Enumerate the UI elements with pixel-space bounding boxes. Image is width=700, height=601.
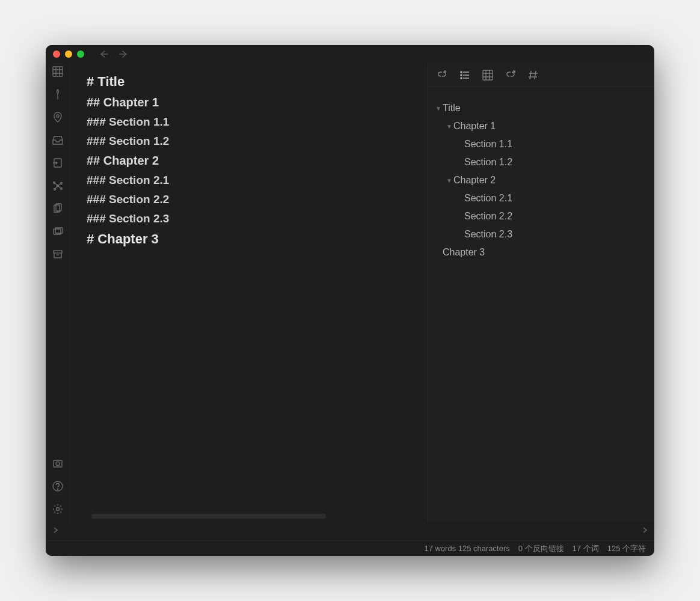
- svg-point-33: [461, 75, 462, 76]
- editor-line[interactable]: ### Section 2.1: [87, 174, 428, 187]
- outline-label: Section 1.1: [464, 139, 512, 150]
- outline-label: Section 2.3: [464, 229, 512, 240]
- right-panel-tabs: [428, 63, 654, 87]
- svg-rect-25: [54, 460, 62, 467]
- editor-line[interactable]: # Chapter 3: [87, 231, 428, 247]
- outline-label: Section 2.2: [464, 211, 512, 222]
- outline-item[interactable]: ▼ Chapter 1: [433, 117, 649, 135]
- horizontal-scrollbar[interactable]: [91, 514, 326, 519]
- graph-icon[interactable]: [52, 180, 64, 192]
- archive-icon[interactable]: [52, 248, 64, 260]
- status-chars-cn[interactable]: 125 个字符: [607, 543, 646, 554]
- tag-icon[interactable]: [528, 70, 539, 81]
- outline-label: Section 2.1: [464, 193, 512, 204]
- outline-icon[interactable]: [459, 70, 470, 81]
- outline-item[interactable]: Section 1.2: [433, 153, 649, 171]
- outline-item[interactable]: Section 2.2: [433, 207, 649, 225]
- outline-item[interactable]: Section 2.1: [433, 189, 649, 207]
- outgoing-links-icon[interactable]: [505, 70, 516, 81]
- incoming-links-icon[interactable]: [437, 70, 447, 81]
- nav-forward-button[interactable]: [119, 50, 129, 58]
- window-controls: [53, 50, 84, 58]
- status-bar: 17 words 125 characters 0 个反向链接 17 个词 12…: [46, 540, 654, 556]
- svg-line-18: [58, 186, 61, 189]
- outline-label: Title: [443, 103, 461, 114]
- nav-back-button[interactable]: [99, 50, 108, 58]
- svg-point-29: [56, 508, 59, 511]
- app-body: # Title ## Chapter 1 ### Section 1.1 ###…: [46, 63, 654, 522]
- svg-line-42: [530, 71, 531, 79]
- close-window-button[interactable]: [53, 50, 60, 58]
- camera-icon[interactable]: [52, 457, 64, 469]
- outline-label: Chapter 3: [443, 247, 485, 258]
- outline-item[interactable]: Section 2.3: [433, 225, 649, 243]
- svg-point-35: [461, 78, 462, 79]
- outline-item[interactable]: ▼ Chapter 2: [433, 171, 649, 189]
- svg-line-16: [58, 183, 61, 186]
- svg-rect-2: [53, 67, 63, 76]
- collapse-right-icon[interactable]: [641, 526, 648, 537]
- editor-line[interactable]: ## Chapter 2: [87, 154, 428, 168]
- status-words-cn[interactable]: 17 个词: [573, 543, 599, 554]
- app-window: # Title ## Chapter 1 ### Section 1.1 ###…: [46, 45, 654, 556]
- editor-pane[interactable]: # Title ## Chapter 1 ### Section 1.1 ###…: [70, 63, 428, 522]
- outline-tree: ▼ Title ▼ Chapter 1 Section 1.1 Section …: [428, 87, 654, 266]
- location-icon[interactable]: [52, 111, 64, 123]
- import-icon[interactable]: [52, 157, 64, 169]
- titlebar: [46, 45, 654, 63]
- grid-icon[interactable]: [482, 70, 493, 81]
- svg-point-31: [461, 72, 462, 73]
- svg-point-26: [56, 462, 60, 466]
- editor-line[interactable]: ### Section 2.3: [87, 212, 428, 225]
- history-nav: [99, 50, 129, 58]
- svg-line-15: [54, 183, 58, 186]
- files-icon[interactable]: [52, 203, 64, 215]
- editor-line[interactable]: # Title: [87, 74, 428, 90]
- editor-content[interactable]: # Title ## Chapter 1 ### Section 1.1 ###…: [87, 74, 428, 514]
- settings-icon[interactable]: [52, 503, 64, 515]
- minimize-window-button[interactable]: [65, 50, 72, 58]
- table-icon[interactable]: [52, 66, 64, 78]
- svg-line-17: [55, 186, 58, 189]
- outline-item[interactable]: ▼ Title: [433, 99, 649, 117]
- svg-point-8: [56, 115, 58, 117]
- left-ribbon: [46, 63, 70, 522]
- panel-collapse-row: [46, 522, 654, 540]
- editor-line[interactable]: ### Section 1.1: [87, 115, 428, 129]
- editor-line[interactable]: ## Chapter 1: [87, 96, 428, 109]
- chevron-down-icon[interactable]: ▼: [434, 105, 443, 112]
- inbox-icon[interactable]: [52, 134, 64, 146]
- collapse-left-icon[interactable]: [52, 526, 59, 537]
- right-panel: ▼ Title ▼ Chapter 1 Section 1.1 Section …: [428, 63, 654, 522]
- svg-rect-37: [483, 70, 493, 80]
- svg-point-28: [57, 489, 58, 489]
- maximize-window-button[interactable]: [77, 50, 84, 58]
- chevron-down-icon[interactable]: ▼: [445, 123, 453, 130]
- help-icon[interactable]: [52, 480, 64, 492]
- editor-line[interactable]: ### Section 1.2: [87, 135, 428, 148]
- outline-item[interactable]: Section 1.1: [433, 135, 649, 153]
- chevron-down-icon[interactable]: ▼: [445, 177, 453, 184]
- status-backlinks[interactable]: 0 个反向链接: [518, 543, 564, 554]
- editor-line[interactable]: ### Section 2.2: [87, 193, 428, 206]
- outline-label: Section 1.2: [464, 157, 512, 168]
- outline-item[interactable]: Chapter 3: [433, 243, 649, 261]
- cards-icon[interactable]: [52, 225, 64, 237]
- svg-rect-23: [54, 251, 62, 253]
- outline-label: Chapter 1: [453, 121, 496, 132]
- outline-label: Chapter 2: [453, 175, 496, 186]
- status-word-char-count[interactable]: 17 words 125 characters: [424, 544, 509, 553]
- pin-icon[interactable]: [52, 88, 64, 100]
- svg-line-43: [535, 71, 536, 79]
- svg-point-30: [444, 70, 446, 72]
